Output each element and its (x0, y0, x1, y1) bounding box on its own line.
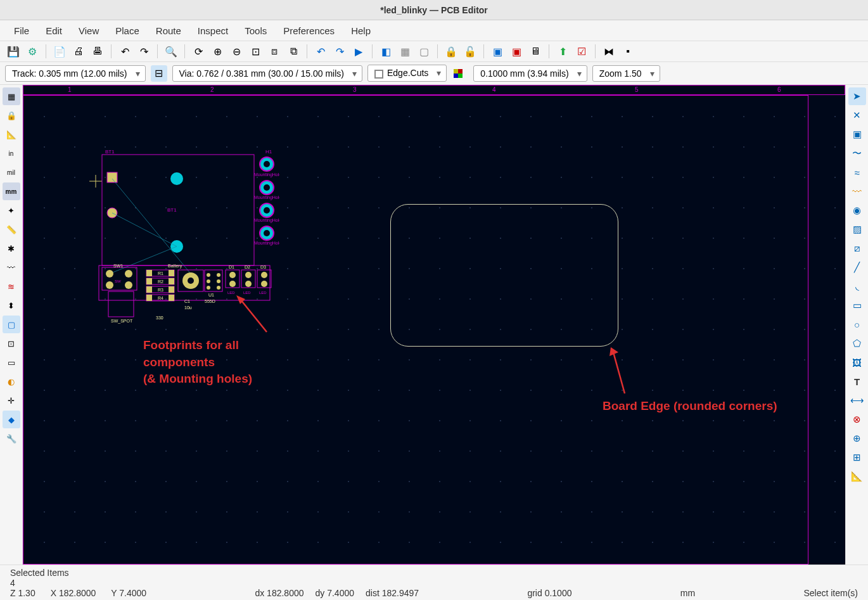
menu-inspect[interactable]: Inspect (190, 23, 236, 39)
show-layers-icon[interactable]: ▢ (416, 43, 432, 60)
polar-coords-icon[interactable]: 📐 (3, 125, 20, 143)
svg-text:MountingHole: MountingHole (254, 195, 279, 200)
mils-icon[interactable]: mil (3, 163, 20, 181)
find-icon[interactable]: 🔍 (163, 43, 179, 60)
pcb-canvas[interactable]: 1 2 3 4 5 6 A B C BT1 BT1 (23, 85, 845, 565)
layer-select[interactable]: Edge.Cuts (367, 65, 447, 81)
track-display-icon[interactable]: ▭ (3, 354, 20, 371)
tune-length-icon[interactable]: 〰 (848, 182, 866, 200)
board-outline[interactable] (390, 204, 618, 347)
via-display-icon[interactable]: ⊡ (3, 335, 20, 352)
draw-rect-icon[interactable]: ▭ (848, 297, 866, 314)
draw-line-icon[interactable]: ╱ (848, 259, 866, 276)
draw-arc-icon[interactable]: ◟ (848, 278, 866, 295)
menu-route[interactable]: Route (148, 23, 189, 39)
measure-icon[interactable]: 📐 (848, 468, 866, 485)
auto-track-icon[interactable]: ⊟ (151, 65, 167, 82)
zoom-select[interactable]: Zoom 1.50 (592, 65, 660, 82)
inches-icon[interactable]: in (3, 144, 20, 162)
contrast-icon[interactable]: ◐ (3, 373, 20, 390)
mm-icon[interactable]: mm (3, 182, 20, 200)
zoom-refresh-icon[interactable]: ⟳ (190, 43, 207, 60)
place-footprint-icon[interactable]: ▣ (848, 125, 866, 143)
drc-icon[interactable]: ☑ (573, 43, 590, 60)
grid-toggle-icon[interactable]: ▦ (3, 87, 20, 105)
appearance-icon[interactable]: ◆ (3, 411, 20, 428)
net-inspector-icon[interactable]: ✛ (3, 392, 20, 409)
page-settings-icon[interactable]: 📄 (51, 43, 68, 60)
redo-icon[interactable]: ↷ (136, 43, 152, 60)
scripting-icon-2[interactable]: ▪ (620, 43, 636, 60)
redo-warp-icon[interactable]: ↷ (331, 43, 348, 60)
save-icon[interactable]: 💾 (5, 43, 22, 60)
add-zone-icon[interactable]: ▨ (848, 220, 866, 238)
zoom-out-icon[interactable]: ⊖ (228, 43, 245, 60)
title-bar: *led_blinky — PCB Editor (0, 0, 868, 20)
undo-warp-icon[interactable]: ↶ (312, 43, 329, 60)
menu-view[interactable]: View (71, 23, 106, 39)
net-colors-icon[interactable]: ≋ (3, 278, 20, 295)
svg-text:SW1: SW1 (113, 264, 123, 268)
track-width-select[interactable]: Track: 0.305 mm (12.00 mils) (5, 65, 146, 82)
lock-icon[interactable]: 🔒 (443, 43, 459, 60)
svg-text:MountingHole: MountingHole (254, 172, 279, 177)
svg-rect-38 (169, 270, 174, 276)
menu-bar: File Edit View Place Route Inspect Tools… (0, 20, 868, 41)
menu-edit[interactable]: Edit (38, 23, 70, 39)
unlock-icon[interactable]: 🔓 (462, 43, 478, 60)
svg-point-14 (264, 161, 270, 167)
zoom-in-icon[interactable]: ⊕ (209, 43, 226, 60)
cursor-icon[interactable]: ▶ (350, 43, 367, 60)
pad-display-icon[interactable]: ▢ (3, 316, 20, 333)
zoom-fit-objects-icon[interactable]: ⧈ (266, 43, 283, 60)
grid-origin-icon[interactable]: ⊞ (848, 449, 866, 466)
svg-point-63 (207, 286, 210, 290)
menu-help[interactable]: Help (343, 23, 378, 39)
set-origin-icon[interactable]: ⊕ (848, 430, 866, 447)
flip-icon[interactable]: ◧ (378, 43, 394, 60)
board-setup-icon[interactable]: ⚙ (24, 43, 41, 60)
svg-rect-46 (169, 286, 174, 293)
locked-items-icon[interactable]: 🔒 (3, 106, 20, 124)
cursor-shape-icon[interactable]: ✦ (3, 201, 20, 219)
footprint-editor-icon[interactable]: ▣ (489, 43, 506, 60)
menu-place[interactable]: Place (108, 23, 147, 39)
annotation-footprints: Footprints for all components (& Mountin… (143, 337, 252, 388)
always-show-cursor-icon[interactable]: 📏 (3, 220, 20, 238)
add-keepout-icon[interactable]: ⧄ (848, 239, 866, 257)
add-dimension-icon[interactable]: ⟷ (848, 392, 866, 409)
3d-viewer-icon[interactable]: 🖥 (527, 43, 544, 60)
status-dist: dist 182.9497 (366, 588, 419, 598)
ratsnest-toggle-icon[interactable]: ✱ (3, 239, 20, 257)
menu-tools[interactable]: Tools (237, 23, 274, 39)
highlight-net-icon[interactable]: ✕ (848, 106, 866, 124)
svg-text:R4: R4 (158, 296, 163, 300)
update-from-schematic-icon[interactable]: ⬆ (554, 43, 571, 60)
draw-polygon-icon[interactable]: ⬠ (848, 335, 866, 352)
delete-icon[interactable]: ⊗ (848, 411, 866, 428)
menu-file[interactable]: File (6, 23, 37, 39)
draw-circle-icon[interactable]: ○ (848, 316, 866, 333)
ratsnest-icon[interactable]: ▦ (397, 43, 413, 60)
footprint-browser-icon[interactable]: ▣ (508, 43, 525, 60)
zoom-selection-icon[interactable]: ⧉ (285, 43, 302, 60)
print-icon[interactable]: 🖨 (70, 43, 87, 60)
grid-select[interactable]: 0.1000 mm (3.94 mils) (473, 65, 587, 82)
scripting-icon-1[interactable]: ⧓ (601, 43, 617, 60)
route-track-icon[interactable]: 〜 (848, 144, 866, 162)
add-via-icon[interactable]: ◉ (848, 201, 866, 219)
route-diff-pair-icon[interactable]: ≈ (848, 163, 866, 181)
add-text-icon[interactable]: T (848, 373, 866, 390)
zoom-fit-icon[interactable]: ⊡ (247, 43, 264, 60)
add-image-icon[interactable]: 🖼 (848, 354, 866, 371)
svg-rect-37 (146, 270, 152, 276)
properties-icon[interactable]: 🔧 (3, 430, 20, 447)
via-size-select[interactable]: Via: 0.762 / 0.381 mm (30.00 / 15.00 mil… (172, 65, 362, 82)
zone-display-icon[interactable]: ⬍ (3, 297, 20, 314)
undo-icon[interactable]: ↶ (117, 43, 133, 60)
select-tool-icon[interactable]: ➤ (848, 87, 866, 105)
layer-pair-icon[interactable] (452, 65, 468, 82)
curved-ratsnest-icon[interactable]: 〰 (3, 259, 20, 276)
plot-icon[interactable]: 🖶 (89, 43, 106, 60)
menu-preferences[interactable]: Preferences (276, 23, 342, 39)
